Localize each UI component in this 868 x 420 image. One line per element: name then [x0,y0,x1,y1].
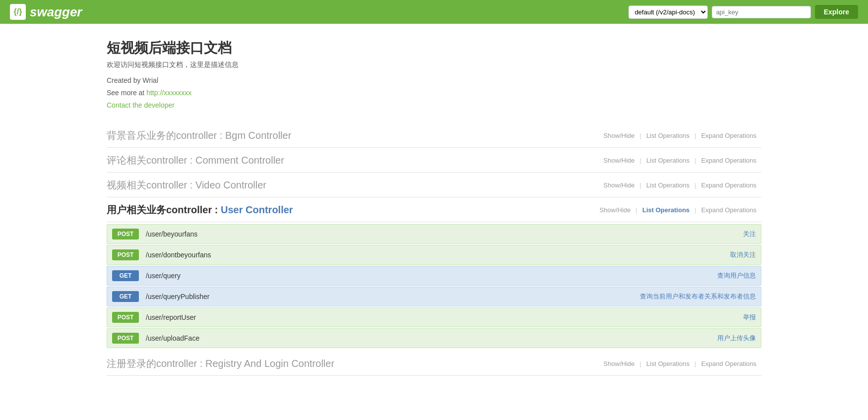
controller-title-video: 视频相关controller : Video Controller [107,179,266,192]
app-title-text: 短视频后端接口文档 [107,39,761,58]
app-title: swagger [30,4,82,20]
operation-desc-user-1: 取消关注 [730,250,756,259]
operation-desc-user-3: 查询当前用户和发布者关系和发布者信息 [640,292,756,301]
operation-row-user-5[interactable]: POST/user/uploadFace用户上传头像 [107,328,761,348]
controller-actions-bgm: Show/Hide|List Operations|Expand Operati… [599,132,761,139]
expand-ops-bgm[interactable]: Expand Operations [696,132,761,139]
created-by: Created by Wrial [107,74,761,87]
controllers-list: 背景音乐业务的controller : Bgm ControllerShow/H… [107,124,761,376]
operation-row-user-1[interactable]: POST/user/dontbeyourfans取消关注 [107,245,761,265]
list-ops-bgm[interactable]: List Operations [641,132,694,139]
expand-ops-registry[interactable]: Expand Operations [696,360,761,367]
expand-ops-comment[interactable]: Expand Operations [696,157,761,164]
operation-row-user-2[interactable]: GET/user/query查询用户信息 [107,266,761,286]
operations-container-user: POST/user/beyourfans关注POST/user/dontbeyo… [107,224,761,348]
controller-section-bgm: 背景音乐业务的controller : Bgm ControllerShow/H… [107,124,761,148]
api-select[interactable]: default (/v2/api-docs) [628,5,708,19]
controller-title-comment: 评论相关controller : Comment Controller [107,154,284,167]
operation-desc-user-4: 举报 [743,313,756,322]
list-ops-user[interactable]: List Operations [637,206,694,214]
contact-developer-link[interactable]: Contact the developer [107,99,761,112]
method-badge-user-5: POST [112,333,139,344]
controller-header-bgm: 背景音乐业务的controller : Bgm ControllerShow/H… [107,124,761,148]
list-ops-video[interactable]: List Operations [641,181,694,189]
show-hide-bgm[interactable]: Show/Hide [599,132,640,139]
operation-row-user-3[interactable]: GET/user/queryPublisher查询当前用户和发布者关系和发布者信… [107,287,761,306]
operation-row-user-4[interactable]: POST/user/reportUser举报 [107,307,761,327]
operation-path-user-1: /user/dontbeyourfans [146,251,730,259]
operation-row-user-0[interactable]: POST/user/beyourfans关注 [107,224,761,244]
operation-path-user-5: /user/uploadFace [146,334,717,342]
operation-path-user-4: /user/reportUser [146,313,743,321]
controller-title-user: 用户相关业务controller : User Controller [107,203,293,217]
controller-section-registry: 注册登录的controller : Registry And Login Con… [107,352,761,376]
see-more-link[interactable]: http://xxxxxxxx [146,89,191,97]
controller-header-comment: 评论相关controller : Comment ControllerShow/… [107,149,761,173]
expand-ops-user[interactable]: Expand Operations [696,206,761,214]
controller-actions-comment: Show/Hide|List Operations|Expand Operati… [599,157,761,164]
operation-desc-user-0: 关注 [743,230,756,239]
controller-header-video: 视频相关controller : Video ControllerShow/Hi… [107,174,761,197]
show-hide-comment[interactable]: Show/Hide [599,157,640,164]
method-badge-user-1: POST [112,249,139,260]
show-hide-user[interactable]: Show/Hide [595,206,636,214]
controller-title-registry: 注册登录的controller : Registry And Login Con… [107,357,334,370]
list-ops-registry[interactable]: List Operations [641,360,694,367]
expand-ops-video[interactable]: Expand Operations [696,181,761,189]
see-more: See more at http://xxxxxxxx [107,87,761,99]
controller-section-user: 用户相关业务controller : User ControllerShow/H… [107,198,761,348]
show-hide-registry[interactable]: Show/Hide [599,360,640,367]
method-badge-user-3: GET [112,291,139,302]
controller-header-user: 用户相关业务controller : User ControllerShow/H… [107,198,761,222]
operation-path-user-3: /user/queryPublisher [146,293,640,300]
main-content: 短视频后端接口文档 欢迎访问短视频接口文档，这里是描述信息 Created by… [87,24,781,392]
operation-desc-user-5: 用户上传头像 [717,334,756,343]
controller-actions-video: Show/Hide|List Operations|Expand Operati… [599,181,761,189]
header-controls: default (/v2/api-docs) Explore [628,5,858,19]
logo-area: {/} swagger [10,4,82,20]
app-description: 欢迎访问短视频接口文档，这里是描述信息 [107,60,761,69]
operation-path-user-0: /user/beyourfans [146,230,743,238]
method-badge-user-2: GET [112,270,139,281]
app-meta: Created by Wrial See more at http://xxxx… [107,74,761,112]
controller-header-registry: 注册登录的controller : Registry And Login Con… [107,352,761,376]
app-info: 短视频后端接口文档 欢迎访问短视频接口文档，这里是描述信息 Created by… [107,39,761,112]
swagger-logo-icon: {/} [10,4,26,20]
show-hide-video[interactable]: Show/Hide [599,181,640,189]
controller-title-bgm: 背景音乐业务的controller : Bgm Controller [107,129,291,142]
controller-section-comment: 评论相关controller : Comment ControllerShow/… [107,149,761,173]
api-key-input[interactable] [712,6,811,18]
controller-actions-registry: Show/Hide|List Operations|Expand Operati… [599,360,761,367]
controller-actions-user: Show/Hide|List Operations|Expand Operati… [595,206,761,214]
method-badge-user-0: POST [112,229,139,240]
list-ops-comment[interactable]: List Operations [641,157,694,164]
method-badge-user-4: POST [112,312,139,323]
operation-desc-user-2: 查询用户信息 [717,271,756,280]
operation-path-user-2: /user/query [146,272,717,280]
explore-button[interactable]: Explore [815,5,858,19]
app-header: {/} swagger default (/v2/api-docs) Explo… [0,0,868,24]
controller-section-video: 视频相关controller : Video ControllerShow/Hi… [107,174,761,197]
